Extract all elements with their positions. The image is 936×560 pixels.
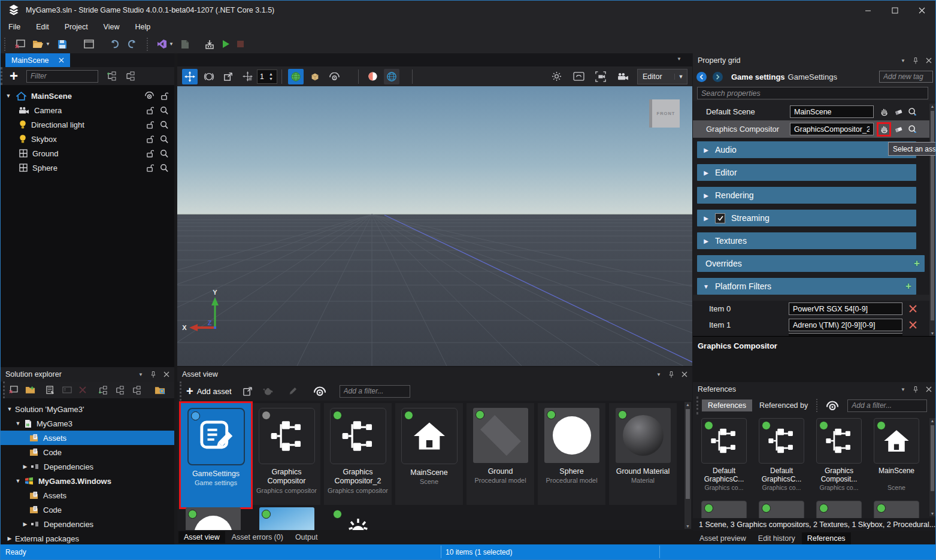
project-properties-icon[interactable] xyxy=(44,382,57,398)
edit-pencil-icon[interactable] xyxy=(286,383,300,399)
unlock-icon[interactable] xyxy=(146,106,154,115)
pick-asset-hand-icon-highlighted[interactable] xyxy=(879,124,889,135)
tree-item-code-win[interactable]: Code xyxy=(1,503,174,517)
tree-item-mygame3-windows[interactable]: ▼ MyGame3.Windows xyxy=(1,474,174,488)
tree-item-ground[interactable]: Ground xyxy=(1,146,174,161)
section-editor[interactable]: ▶Editor xyxy=(697,164,916,181)
preview-eye-icon[interactable] xyxy=(826,401,839,411)
tab-asset-preview[interactable]: Asset preview xyxy=(694,532,752,544)
reference-tile-partial[interactable] xyxy=(870,501,923,518)
focus-magnifier-icon[interactable] xyxy=(160,149,168,158)
tab-asset-view[interactable]: Asset view xyxy=(178,531,225,543)
expander-icon[interactable]: ▶ xyxy=(697,215,715,222)
scale-tool-icon[interactable] xyxy=(220,69,236,84)
platform-item-1-value[interactable] xyxy=(789,319,902,331)
preview-eye-icon[interactable] xyxy=(311,383,329,399)
clear-eraser-icon[interactable] xyxy=(893,124,904,135)
section-streaming[interactable]: ▶ Streaming xyxy=(697,210,916,226)
preview-box-icon[interactable] xyxy=(571,69,586,84)
focus-magnifier-icon[interactable] xyxy=(160,164,168,172)
pin-icon[interactable] xyxy=(668,371,674,379)
build-icon[interactable] xyxy=(202,37,217,52)
wireframe-globe-icon[interactable] xyxy=(384,69,399,84)
tree-item-solution[interactable]: ▼ Solution 'MyGame3' xyxy=(1,402,174,416)
focus-magnifier-icon[interactable] xyxy=(160,135,168,144)
tree-item-external-packages[interactable]: ▶ External packages xyxy=(1,531,174,546)
open-icon[interactable]: ▼ xyxy=(30,37,53,52)
stop-icon[interactable] xyxy=(235,37,246,52)
translate-tool-icon[interactable] xyxy=(182,69,198,84)
expander-icon[interactable]: ▶ xyxy=(697,192,715,199)
search-properties-input[interactable] xyxy=(697,87,928,99)
add-entity-button[interactable]: + xyxy=(10,69,18,83)
property-row-graphics-compositor[interactable]: Graphics Compositor xyxy=(693,120,936,138)
scene-viewport[interactable]: Y X Z FRONT xyxy=(177,86,692,366)
section-platform-filters[interactable]: ▼Platform Filters+ xyxy=(697,278,916,295)
rename-icon[interactable] xyxy=(60,382,74,398)
pin-icon[interactable] xyxy=(150,371,156,379)
render-mode-icon[interactable] xyxy=(365,69,380,84)
scroll-up-icon[interactable]: ▲ xyxy=(929,104,935,108)
tab-references-bottom[interactable]: References xyxy=(802,532,851,544)
tab-referenced-by[interactable]: Referenced by xyxy=(759,401,808,410)
asset-tile-partial[interactable] xyxy=(179,507,247,530)
reference-tile-partial[interactable] xyxy=(698,501,750,518)
tree-item-sphere[interactable]: Sphere xyxy=(1,161,174,175)
platform-item-1[interactable]: Item 1 xyxy=(693,317,936,333)
navigate-magnifier-icon[interactable] xyxy=(907,107,918,117)
minimize-button[interactable] xyxy=(855,1,882,20)
expander-icon[interactable]: ▶ xyxy=(21,521,29,527)
tab-mainscene[interactable]: MainScene xyxy=(5,53,70,67)
tab-close-icon[interactable] xyxy=(59,57,64,63)
asset-filter-input[interactable] xyxy=(340,385,410,398)
unlock-icon[interactable] xyxy=(146,120,154,129)
visual-studio-icon[interactable]: ▼ xyxy=(155,37,176,52)
expander-icon[interactable]: ▶ xyxy=(697,238,715,244)
scroll-thumb[interactable] xyxy=(931,425,934,491)
gizmo-visibility-eye-icon[interactable] xyxy=(326,69,342,84)
close-icon[interactable] xyxy=(926,57,932,63)
default-scene-value[interactable] xyxy=(790,105,874,118)
asset-tile-ground[interactable]: Ground Procedural model xyxy=(467,403,534,505)
unlock-icon[interactable] xyxy=(146,135,154,144)
camera-settings-icon[interactable] xyxy=(615,69,631,84)
scroll-thumb[interactable] xyxy=(686,409,690,499)
tab-edit-history[interactable]: Edit history xyxy=(753,532,801,544)
new-project-icon[interactable] xyxy=(6,382,20,398)
add-asset-button[interactable]: + Add asset xyxy=(186,385,232,398)
asset-tile-ground-material[interactable]: Ground Material Material xyxy=(609,403,677,505)
window-layout-icon[interactable] xyxy=(81,37,96,52)
tab-output[interactable]: Output xyxy=(290,531,323,543)
asset-tile-partial[interactable] xyxy=(324,507,392,530)
reference-tile-partial[interactable] xyxy=(755,501,808,518)
play-icon[interactable] xyxy=(219,37,232,52)
unlock-icon[interactable] xyxy=(146,149,154,158)
tab-references[interactable]: References xyxy=(702,399,752,411)
tree-item-camera[interactable]: Camera xyxy=(1,103,174,117)
undo-icon[interactable] xyxy=(107,37,122,52)
redo-icon[interactable] xyxy=(125,37,140,52)
nav-back-icon[interactable] xyxy=(696,72,707,82)
sync-tree-icon[interactable] xyxy=(96,382,110,398)
references-filter-input[interactable] xyxy=(847,399,927,412)
section-audio[interactable]: ▶Audio xyxy=(697,141,916,158)
menu-view[interactable]: View xyxy=(96,20,128,35)
asset-tile-graphics-compositor[interactable]: Graphics Compositor Graphics compositor xyxy=(253,403,320,505)
add-override-icon[interactable]: + xyxy=(914,258,920,270)
tree-item-mygame3[interactable]: ▼ MyGame3 xyxy=(1,416,174,431)
asset-tile-partial[interactable] xyxy=(253,507,320,530)
scroll-down-icon[interactable]: ▼ xyxy=(929,511,935,516)
export-icon[interactable] xyxy=(240,383,255,399)
expander-icon[interactable]: ▼ xyxy=(14,478,22,484)
scroll-up-icon[interactable]: ▲ xyxy=(684,402,691,407)
open-dropdown-chevron[interactable]: ▼ xyxy=(46,41,50,47)
camera-mode-select[interactable]: Editor ▼ xyxy=(637,69,687,84)
property-grid-scrollbar[interactable]: ▲ ▼ xyxy=(929,104,935,336)
panel-menu-chevron-icon[interactable]: ▼ xyxy=(901,387,905,392)
reference-tile-partial[interactable] xyxy=(813,501,865,518)
section-textures[interactable]: ▶Textures xyxy=(697,232,916,249)
asset-view-scrollbar[interactable]: ▲ ▼ xyxy=(684,402,691,529)
section-overrides[interactable]: Overrides+ xyxy=(697,255,925,272)
scene-filter-input[interactable] xyxy=(26,70,98,83)
streaming-checkbox[interactable] xyxy=(715,213,725,223)
